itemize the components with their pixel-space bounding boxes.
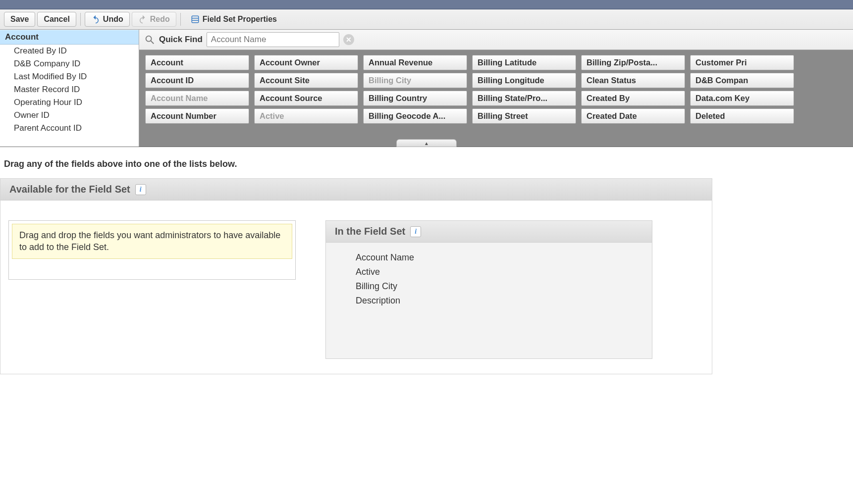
redo-icon bbox=[138, 15, 147, 24]
field-pill[interactable]: Billing Geocode A... bbox=[363, 108, 467, 124]
object-tree-header[interactable]: Account bbox=[0, 30, 139, 45]
in-fieldset-panel: In the Field Set i Account NameActiveBil… bbox=[325, 220, 652, 359]
undo-icon bbox=[91, 15, 100, 24]
undo-label: Undo bbox=[103, 15, 123, 24]
chevron-up-icon: ▲ bbox=[424, 141, 429, 146]
fieldset-item[interactable]: Billing City bbox=[356, 279, 652, 294]
in-fieldset-drop-zone[interactable]: Account NameActiveBilling CityDescriptio… bbox=[326, 243, 652, 308]
save-button[interactable]: Save bbox=[4, 12, 35, 27]
field-pill[interactable]: Annual Revenue bbox=[363, 55, 467, 70]
field-pill[interactable]: Created Date bbox=[581, 108, 685, 124]
clear-search-icon[interactable]: ✕ bbox=[343, 34, 354, 45]
field-pill[interactable]: Deleted bbox=[690, 108, 794, 124]
field-pill[interactable]: Clean Status bbox=[581, 73, 685, 88]
palette: Account Created By ID D&B Company ID Las… bbox=[0, 30, 853, 147]
object-tree-item[interactable]: Last Modified By ID bbox=[0, 70, 139, 83]
field-set-properties-button[interactable]: Field Set Properties bbox=[185, 12, 283, 26]
in-fieldset-title: In the Field Set bbox=[335, 226, 405, 237]
svg-line-4 bbox=[151, 41, 154, 44]
field-pill: Active bbox=[254, 108, 358, 124]
toolbar: Save Cancel Undo Redo Field Set Properti… bbox=[0, 9, 853, 30]
field-pill[interactable]: Billing State/Pro... bbox=[472, 91, 576, 106]
field-pill[interactable]: Data.com Key bbox=[690, 91, 794, 106]
window-titlebar bbox=[0, 0, 853, 9]
info-icon[interactable]: i bbox=[135, 184, 146, 195]
collapse-handle[interactable]: ▲ bbox=[396, 139, 457, 147]
field-pill[interactable]: Account Owner bbox=[254, 55, 358, 70]
undo-button[interactable]: Undo bbox=[85, 12, 130, 27]
available-panel-header: Available for the Field Set i bbox=[0, 179, 712, 201]
redo-button[interactable]: Redo bbox=[132, 12, 176, 27]
field-pill[interactable]: Billing Latitude bbox=[472, 55, 576, 70]
palette-right: Quick Find ✕ AccountAccount IDAccount Na… bbox=[139, 30, 853, 147]
properties-icon bbox=[191, 15, 200, 24]
svg-point-3 bbox=[146, 36, 152, 42]
drag-instruction: Drag any of the fields above into one of… bbox=[0, 147, 853, 178]
object-tree-item[interactable]: Operating Hour ID bbox=[0, 96, 139, 109]
field-pill[interactable]: Account Source bbox=[254, 91, 358, 106]
fieldset-item[interactable]: Description bbox=[356, 294, 652, 308]
field-pill[interactable]: D&B Compan bbox=[690, 73, 794, 88]
redo-label: Redo bbox=[150, 15, 170, 24]
available-panel-body: Drag and drop the fields you want admini… bbox=[0, 201, 712, 374]
toolbar-separator bbox=[80, 13, 81, 26]
field-pill: Billing City bbox=[363, 73, 467, 88]
field-pill: Account Name bbox=[145, 91, 249, 106]
in-fieldset-header: In the Field Set i bbox=[326, 221, 652, 243]
field-pill[interactable]: Account ID bbox=[145, 73, 249, 88]
field-pill[interactable]: Customer Pri bbox=[690, 55, 794, 70]
field-grid: AccountAccount IDAccount NameAccount Num… bbox=[139, 50, 853, 147]
available-hint: Drag and drop the fields you want admini… bbox=[12, 224, 292, 259]
field-pill[interactable]: Account bbox=[145, 55, 249, 70]
field-set-properties-label: Field Set Properties bbox=[203, 15, 277, 24]
fieldset-item[interactable]: Account Name bbox=[356, 251, 652, 265]
field-pill[interactable]: Account Number bbox=[145, 108, 249, 124]
field-pill[interactable]: Account Site bbox=[254, 73, 358, 88]
field-pill[interactable]: Billing Street bbox=[472, 108, 576, 124]
object-tree-item[interactable]: Parent Account ID bbox=[0, 122, 139, 135]
available-panel: Available for the Field Set i Drag and d… bbox=[0, 178, 712, 374]
field-pill[interactable]: Created By bbox=[581, 91, 685, 106]
quick-find-input[interactable] bbox=[207, 32, 339, 47]
object-tree-item[interactable]: D&B Company ID bbox=[0, 57, 139, 70]
object-tree: Account Created By ID D&B Company ID Las… bbox=[0, 30, 139, 147]
toolbar-separator bbox=[180, 13, 181, 26]
search-icon bbox=[144, 34, 155, 45]
svg-rect-0 bbox=[192, 16, 199, 23]
object-tree-item[interactable]: Master Record ID bbox=[0, 83, 139, 96]
quick-find-bar: Quick Find ✕ bbox=[139, 30, 853, 50]
field-pill[interactable]: Billing Zip/Posta... bbox=[581, 55, 685, 70]
available-drop-zone[interactable]: Drag and drop the fields you want admini… bbox=[8, 220, 296, 280]
field-pill[interactable]: Billing Longitude bbox=[472, 73, 576, 88]
quick-find-label: Quick Find bbox=[159, 35, 203, 45]
available-panel-title: Available for the Field Set bbox=[9, 184, 130, 195]
field-pill[interactable]: Billing Country bbox=[363, 91, 467, 106]
info-icon[interactable]: i bbox=[410, 226, 421, 237]
object-tree-item[interactable]: Created By ID bbox=[0, 45, 139, 57]
object-tree-item[interactable]: Owner ID bbox=[0, 109, 139, 122]
fieldset-item[interactable]: Active bbox=[356, 265, 652, 279]
cancel-button[interactable]: Cancel bbox=[37, 12, 76, 27]
